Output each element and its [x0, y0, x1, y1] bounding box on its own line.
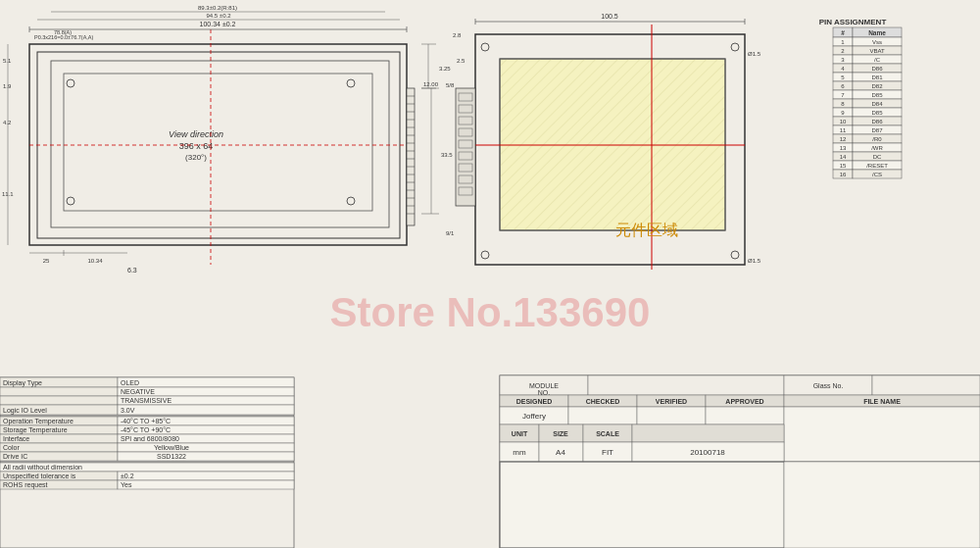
svg-rect-195: [0, 452, 118, 461]
svg-text:10: 10: [840, 119, 847, 125]
svg-point-71: [731, 43, 739, 51]
svg-text:VERIFIED: VERIFIED: [656, 398, 687, 405]
svg-text:Storage Temperature: Storage Temperature: [3, 426, 68, 434]
svg-rect-89: [459, 175, 472, 183]
svg-rect-104: [853, 46, 902, 55]
svg-text:11: 11: [840, 127, 847, 133]
svg-text:CHECKED: CHECKED: [586, 398, 620, 405]
svg-rect-249: [500, 462, 784, 548]
svg-rect-88: [459, 164, 472, 172]
svg-text:Ø1.5: Ø1.5: [748, 51, 761, 57]
svg-text:#: #: [841, 29, 845, 36]
svg-rect-2: [51, 61, 389, 227]
svg-rect-203: [118, 472, 294, 480]
svg-rect-95: [833, 27, 853, 37]
svg-text:DC: DC: [873, 154, 882, 160]
svg-text:20100718: 20100718: [690, 448, 725, 457]
svg-rect-116: [853, 73, 902, 81]
svg-rect-115: [833, 73, 853, 81]
svg-rect-81: [456, 88, 475, 206]
svg-text:12: 12: [840, 136, 847, 142]
svg-rect-159: [833, 170, 853, 178]
svg-text:D86: D86: [871, 119, 883, 125]
svg-text:4.2: 4.2: [3, 120, 12, 125]
svg-text:D85: D85: [871, 92, 883, 98]
svg-text:6: 6: [841, 83, 845, 89]
svg-rect-214: [872, 375, 980, 395]
svg-text:14: 14: [840, 154, 847, 160]
svg-text:5.1: 5.1: [3, 58, 12, 64]
svg-rect-152: [853, 152, 902, 161]
svg-rect-140: [853, 125, 902, 134]
svg-rect-120: [853, 81, 902, 90]
svg-point-251: [819, 481, 827, 489]
svg-rect-1: [37, 52, 400, 238]
svg-rect-184: [118, 425, 294, 434]
svg-text:9/1: 9/1: [446, 230, 455, 236]
svg-rect-160: [853, 170, 902, 178]
svg-rect-123: [833, 90, 853, 99]
svg-point-250: [811, 473, 835, 497]
svg-rect-183: [0, 425, 118, 434]
svg-text:13: 13: [840, 145, 847, 151]
svg-text:D85: D85: [871, 110, 883, 116]
svg-rect-90: [459, 187, 472, 195]
svg-rect-111: [833, 64, 853, 73]
svg-rect-66: [500, 59, 725, 230]
svg-text:/RESET: /RESET: [866, 163, 888, 169]
svg-text:SCALE: SCALE: [596, 430, 619, 437]
svg-text:A4: A4: [556, 448, 565, 457]
svg-rect-169: [118, 387, 294, 396]
svg-text:9: 9: [841, 110, 845, 116]
svg-rect-85: [459, 128, 472, 136]
svg-text:D87: D87: [871, 127, 883, 133]
svg-rect-143: [833, 134, 853, 143]
svg-rect-221: [706, 395, 784, 407]
svg-text:Color: Color: [3, 444, 20, 451]
svg-rect-218: [500, 395, 568, 407]
svg-text:396 x 64: 396 x 64: [179, 141, 214, 151]
svg-text:NO.: NO.: [538, 389, 551, 396]
svg-point-12: [347, 197, 355, 205]
svg-rect-164: [0, 377, 118, 387]
svg-text:78.8(A): 78.8(A): [54, 29, 72, 35]
svg-rect-232: [784, 407, 980, 485]
svg-rect-124: [853, 90, 902, 99]
svg-text:OLED: OLED: [121, 379, 139, 386]
svg-text:1: 1: [841, 39, 845, 45]
svg-point-11: [347, 79, 355, 87]
svg-rect-231: [706, 407, 784, 424]
svg-text:/C: /C: [874, 57, 881, 63]
svg-rect-187: [0, 434, 118, 443]
svg-rect-100: [853, 37, 902, 46]
svg-rect-103: [833, 46, 853, 55]
svg-rect-192: [118, 443, 294, 452]
svg-text:FILE NAME: FILE NAME: [863, 398, 901, 405]
svg-rect-83: [459, 105, 472, 113]
technical-drawing-svg: View direction 396 x 64 (320°): [0, 0, 980, 548]
svg-text:33.5: 33.5: [441, 152, 453, 158]
svg-text:PIN ASSIGNMENT: PIN ASSIGNMENT: [819, 18, 887, 26]
svg-rect-128: [853, 99, 902, 108]
svg-point-69: [481, 43, 489, 51]
svg-text:View direction: View direction: [169, 129, 223, 139]
svg-rect-200: [0, 463, 294, 472]
svg-rect-87: [459, 152, 472, 160]
svg-text:Unspecified tolerance is: Unspecified tolerance is: [3, 473, 76, 480]
svg-text:4: 4: [841, 66, 845, 72]
svg-text:-45°C TO +90°C: -45°C TO +90°C: [121, 426, 171, 433]
svg-text:Glass No.: Glass No.: [813, 382, 844, 389]
svg-rect-132: [853, 108, 902, 117]
svg-rect-3: [64, 74, 372, 211]
svg-text:15: 15: [840, 163, 847, 169]
svg-rect-112: [853, 64, 902, 73]
svg-rect-236: [583, 424, 632, 442]
svg-rect-174: [0, 405, 118, 415]
svg-rect-108: [853, 55, 902, 64]
svg-text:6.3: 6.3: [127, 267, 137, 274]
svg-text:25: 25: [43, 258, 50, 264]
svg-text:7: 7: [841, 92, 845, 98]
svg-rect-136: [853, 117, 902, 125]
svg-rect-219: [568, 395, 637, 407]
svg-rect-242: [539, 442, 583, 462]
